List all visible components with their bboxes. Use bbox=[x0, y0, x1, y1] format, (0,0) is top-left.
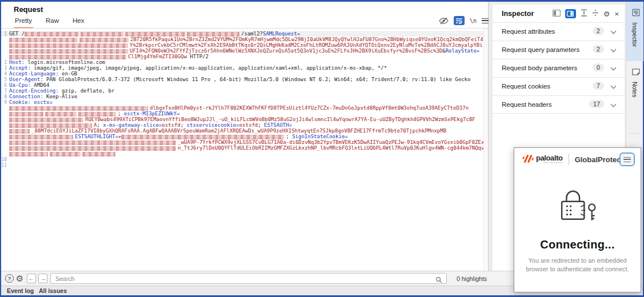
help-icon[interactable] bbox=[5, 274, 14, 283]
request-token-name: esctx-MI3pEZIUWkY= bbox=[124, 111, 180, 117]
redacted-text bbox=[25, 32, 79, 37]
sidetab-inspector[interactable]: Inspector bbox=[626, 2, 643, 61]
inspector-section-request-query-parameters[interactable]: Request query parameters2 bbox=[493, 41, 625, 59]
search-icon bbox=[435, 275, 442, 286]
inspector-header: Inspector bbox=[493, 5, 625, 22]
request-token-name: SignInStateCookie= bbox=[292, 134, 348, 139]
request-editor[interactable]: 1GET //saml2?SAMLRequest=2BT20R5fkPaquk1… bbox=[1, 29, 488, 271]
request-line bbox=[1, 151, 488, 156]
request-text: ; bbox=[286, 134, 292, 139]
request-line: 9Cookie: esctx= bbox=[1, 99, 488, 105]
request-text: Keep-Alive bbox=[43, 94, 78, 99]
menu-icon[interactable] bbox=[482, 18, 489, 23]
request-text: _88M7dciEOYJiLaZF17VI8byGXhQRAFsRAA.AgAB… bbox=[31, 128, 446, 134]
paloalto-brand: paloalto NETWORKS bbox=[536, 155, 563, 164]
strip-divider bbox=[629, 133, 641, 134]
paloalto-brand-sub: NETWORKS bbox=[536, 162, 563, 164]
app-window: Request Pretty Raw Hex \n 1GET //saml2?S… bbox=[0, 0, 644, 297]
request-line: Cl1Mjg4YmFmZTI30GQw HTTP/2 bbox=[1, 54, 488, 59]
inspector-section-request-body-parameters[interactable]: Request body parameters0 bbox=[493, 59, 625, 77]
word-wrap-icon[interactable] bbox=[454, 16, 465, 25]
status-all-issues[interactable]: All issues bbox=[39, 287, 67, 294]
redacted-text bbox=[9, 38, 78, 42]
redacted-text bbox=[9, 135, 73, 139]
redacted-text bbox=[81, 32, 123, 37]
request-panel: Request Pretty Raw Hex \n 1GET //saml2?S… bbox=[1, 2, 489, 271]
layout-horizontal-icon[interactable] bbox=[553, 9, 561, 19]
request-text: Y%2BrkpcrCvkbC5rCMlmwt%2FxXh2E9AbBtTKqs0… bbox=[130, 42, 483, 48]
request-line: 10 bbox=[1, 156, 488, 162]
request-line: ; esctx-MI3pEZIUWkY= bbox=[1, 111, 488, 117]
tab-hex[interactable]: Hex bbox=[71, 17, 85, 29]
request-token-name: esctx= bbox=[34, 99, 53, 105]
request-text: UFI4%2FQN0eW3%2FYfZjTzcz6r5Ahn6WNelWz5XN… bbox=[130, 48, 442, 54]
redacted-text bbox=[9, 43, 128, 48]
globalprotect-menu-button[interactable] bbox=[619, 152, 635, 166]
request-text: /saml2? bbox=[241, 31, 263, 37]
lock-key-icon bbox=[514, 187, 641, 226]
request-text: RQEYBwabs499XTiCPBk97EMaovnYffiBeo8WJupJ… bbox=[85, 117, 475, 122]
inspector-section-request-cookies[interactable]: Request cookies7 bbox=[493, 77, 625, 95]
request-text: image/gif, image/jpeg, image/pjpeg, appl… bbox=[31, 65, 387, 71]
request-token-name: Accept: bbox=[9, 65, 31, 71]
request-line: 3Accept: image/gif, image/jpeg, image/pj… bbox=[1, 65, 488, 71]
request-line: 5User-Agent: PAN GlobalProtect/6.0.7-372… bbox=[1, 77, 488, 82]
request-line: _88M7dciEOYJiLaZF17VI8byGXhQRAFsRAA.AgAB… bbox=[1, 128, 488, 134]
status-event-log[interactable]: Event log bbox=[7, 287, 34, 294]
request-line: 4Accept-Language: en-GB bbox=[1, 71, 488, 77]
inspector-tab-icon bbox=[630, 9, 640, 17]
tab-raw[interactable]: Raw bbox=[45, 17, 60, 29]
request-text: 2BT20R5fkPaquk1Uo%2BrnZ3Zmd2VYUM%2FOmKyR… bbox=[130, 37, 483, 42]
redacted-text bbox=[79, 38, 129, 42]
request-text: estsfd bbox=[239, 122, 258, 128]
redacted-text bbox=[45, 112, 77, 117]
menu-icon bbox=[623, 157, 631, 162]
request-line: 7Accept-Encoding: gzip, deflate, br bbox=[1, 88, 488, 94]
redacted-text bbox=[9, 146, 176, 151]
hide-icon[interactable] bbox=[439, 17, 449, 25]
request-line: dlbgxTxo0HlPm0yst-rkJYlh7F802KEXW7hFKFfD… bbox=[1, 105, 488, 111]
request-panel-title: Request bbox=[14, 5, 43, 14]
inspector-settings-icon[interactable] bbox=[603, 10, 610, 18]
redacted-text bbox=[9, 152, 48, 156]
request-token-name: x-ms-gateway-slice= bbox=[103, 122, 162, 128]
layout-vertical-icon[interactable] bbox=[565, 9, 576, 18]
request-token-name: Accept-Encoding: bbox=[9, 88, 59, 94]
newline-icon[interactable]: \n bbox=[470, 18, 477, 24]
count-badge: 2 bbox=[593, 27, 604, 35]
inspector-header-icons bbox=[553, 9, 619, 19]
notes-icon bbox=[630, 69, 640, 75]
settings-icon[interactable] bbox=[15, 274, 24, 283]
globalprotect-header: paloalto NETWORKS GlobalProtect bbox=[514, 148, 641, 171]
inspector-section-request-headers[interactable]: Request headers17 bbox=[493, 95, 625, 114]
request-token-name: ESTSAUTH= bbox=[264, 122, 292, 128]
globalprotect-title: GlobalProtect bbox=[575, 155, 623, 164]
search-input[interactable] bbox=[50, 273, 447, 284]
request-line: 6Ua-Cpu: AMD64 bbox=[1, 82, 488, 88]
request-line: 8Connection: Keep-Alive bbox=[1, 94, 488, 99]
request-line: 2BT20R5fkPaquk1Uo%2BrnZ3Zmd2VYUM%2FOmKyR… bbox=[1, 37, 488, 42]
request-token-name: Cookie: bbox=[9, 99, 31, 105]
request-text: en-GB bbox=[59, 71, 78, 77]
request-token-name: stsservicecookie= bbox=[187, 122, 239, 128]
next-match-button[interactable] bbox=[38, 274, 47, 283]
close-icon[interactable] bbox=[614, 10, 619, 18]
expand-all-icon[interactable] bbox=[581, 9, 587, 19]
chevron-down-icon bbox=[611, 47, 617, 53]
sidetab-notes[interactable]: Notes bbox=[626, 61, 643, 105]
request-text: ; bbox=[258, 122, 264, 128]
collapse-all-icon[interactable] bbox=[592, 9, 599, 19]
prev-match-button[interactable] bbox=[27, 274, 36, 283]
inspector-section-label: Request attributes bbox=[502, 28, 555, 35]
chevron-down-icon bbox=[611, 83, 617, 89]
request-text: ; bbox=[118, 111, 124, 117]
editor-scrollbar[interactable] bbox=[483, 29, 488, 271]
tab-pretty[interactable]: Pretty bbox=[14, 17, 33, 29]
highlights-count: 0 highlights bbox=[457, 275, 487, 282]
editor-toolbar: \n bbox=[439, 16, 489, 25]
request-token-name: Connection: bbox=[9, 94, 43, 99]
inspector-section-request-attributes[interactable]: Request attributes2 bbox=[493, 22, 625, 41]
request-token-name: User-Agent: bbox=[9, 77, 43, 82]
inspector-section-label: Request headers bbox=[502, 101, 552, 108]
request-tabs: Pretty Raw Hex bbox=[14, 17, 86, 29]
